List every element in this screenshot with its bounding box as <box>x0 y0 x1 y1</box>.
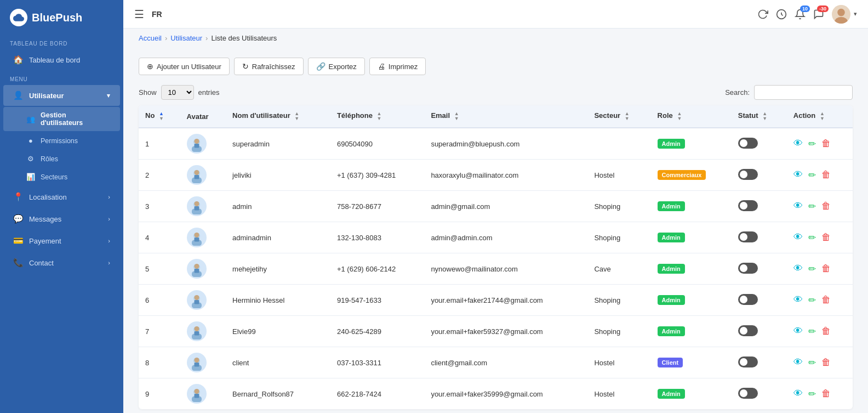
edit-icon[interactable]: ✏ <box>808 138 816 150</box>
sidebar-item-localisation[interactable]: 📍 Localisation › <box>3 186 120 207</box>
cell-statut[interactable] <box>732 347 787 378</box>
edit-icon[interactable]: ✏ <box>808 295 816 306</box>
edit-icon[interactable]: ✏ <box>808 201 816 212</box>
sidebar-item-contact[interactable]: 📞 Contact › <box>3 252 120 273</box>
toggle-track[interactable] <box>738 138 758 149</box>
cell-statut[interactable] <box>732 160 787 191</box>
sidebar-item-payement[interactable]: 💳 Payement › <box>3 230 120 251</box>
add-user-button[interactable]: ⊕ Ajouter un Utlisateur <box>139 58 230 75</box>
refresh-button[interactable] <box>757 9 768 20</box>
edit-icon[interactable]: ✏ <box>808 326 816 337</box>
cell-username: admin <box>226 191 330 222</box>
cell-secteur: Hostel <box>587 347 650 378</box>
delete-icon[interactable]: 🗑 <box>821 232 831 243</box>
sidebar-item-messages[interactable]: 💬 Messages › <box>3 208 120 229</box>
status-toggle[interactable] <box>738 263 758 274</box>
delete-icon[interactable]: 🗑 <box>821 357 831 368</box>
sidebar-item-dashboard[interactable]: 🏠 Tableau de bord <box>3 49 120 70</box>
breadcrumb-home[interactable]: Accueil <box>139 34 162 42</box>
entries-select[interactable]: 10 25 50 100 <box>161 85 194 100</box>
status-toggle[interactable] <box>738 294 758 305</box>
sidebar-item-utilisateur[interactable]: 👤 Utilisateur ▾ <box>3 85 120 106</box>
col-phone[interactable]: Téléphone ▲▼ <box>330 105 424 128</box>
view-icon[interactable]: 👁 <box>793 263 803 274</box>
col-no[interactable]: No ▲▼ <box>139 105 180 128</box>
language-selector[interactable]: FR <box>152 10 162 19</box>
svg-rect-26 <box>194 300 199 304</box>
status-toggle[interactable] <box>738 388 758 399</box>
user-avatar-button[interactable]: ▾ <box>832 5 857 24</box>
export-button[interactable]: 🔗 Exportez <box>308 58 365 75</box>
toggle-track[interactable] <box>738 200 758 211</box>
entries-label: entries <box>198 88 220 97</box>
sidebar-item-roles[interactable]: ⚙ Rôles <box>3 150 120 167</box>
cell-secteur: Shoping <box>587 222 650 253</box>
delete-icon[interactable]: 🗑 <box>821 201 831 212</box>
edit-icon[interactable]: ✏ <box>808 232 816 244</box>
view-icon[interactable]: 👁 <box>793 326 803 337</box>
cell-statut[interactable] <box>732 378 787 410</box>
print-button[interactable]: 🖨 Imprimez <box>369 58 426 75</box>
role-badge: Admin <box>658 264 685 274</box>
col-username[interactable]: Nom d'utilisateur ▲▼ <box>226 105 330 128</box>
refresh-button[interactable]: ↻ Rafraîchissez <box>234 58 304 75</box>
view-icon[interactable]: 👁 <box>793 232 803 243</box>
delete-icon[interactable]: 🗑 <box>821 295 831 305</box>
status-toggle[interactable] <box>738 357 758 367</box>
cell-statut[interactable] <box>732 285 787 316</box>
delete-icon[interactable]: 🗑 <box>821 138 831 149</box>
search-input[interactable] <box>754 85 853 100</box>
toggle-track[interactable] <box>738 357 758 367</box>
edit-icon[interactable]: ✏ <box>808 357 816 369</box>
view-icon[interactable]: 👁 <box>793 388 803 399</box>
col-statut[interactable]: Statut ▲▼ <box>732 105 787 128</box>
toggle-track[interactable] <box>738 169 758 180</box>
sidebar-item-secteurs[interactable]: 📊 Secteurs <box>3 168 120 185</box>
delete-icon[interactable]: 🗑 <box>821 326 831 337</box>
cell-secteur: Shoping <box>587 285 650 316</box>
cell-statut[interactable] <box>732 316 787 347</box>
toggle-track[interactable] <box>738 388 758 399</box>
delete-icon[interactable]: 🗑 <box>821 169 831 180</box>
col-email[interactable]: Email ▲▼ <box>424 105 587 128</box>
toggle-track[interactable] <box>738 294 758 305</box>
status-toggle[interactable] <box>738 231 758 242</box>
view-icon[interactable]: 👁 <box>793 138 803 149</box>
notification-button[interactable]: 10 <box>795 9 806 20</box>
toggle-track[interactable] <box>738 325 758 336</box>
delete-icon[interactable]: 🗑 <box>821 388 831 399</box>
cell-role: Admin <box>651 285 732 316</box>
cell-statut[interactable] <box>732 253 787 285</box>
col-role[interactable]: Role ▲▼ <box>651 105 732 128</box>
status-toggle[interactable] <box>738 169 758 180</box>
chevron-right-icon: › <box>108 259 110 266</box>
col-secteur[interactable]: Secteur ▲▼ <box>587 105 650 128</box>
palette-button[interactable] <box>776 9 787 20</box>
cell-email: client@gmail.com <box>424 347 587 378</box>
cell-statut[interactable] <box>732 222 787 253</box>
toggle-track[interactable] <box>738 263 758 274</box>
sidebar-item-permissions[interactable]: ● Permissions <box>3 132 120 149</box>
cell-statut[interactable] <box>732 191 787 222</box>
edit-icon[interactable]: ✏ <box>808 169 816 181</box>
status-toggle[interactable] <box>738 138 758 149</box>
breadcrumb-parent[interactable]: Utilisateur <box>170 34 202 42</box>
delete-icon[interactable]: 🗑 <box>821 263 831 274</box>
sidebar-item-gestion-utilisateurs[interactable]: 👥 Gestion d'utilisateurs <box>3 107 120 131</box>
message-button[interactable]: -30 <box>813 9 824 20</box>
view-icon[interactable]: 👁 <box>793 201 803 212</box>
edit-icon[interactable]: ✏ <box>808 388 816 400</box>
sidebar-item-label: Utilisateur <box>29 92 64 100</box>
menu-toggle-icon[interactable]: ☰ <box>134 8 144 21</box>
edit-icon[interactable]: ✏ <box>808 263 816 275</box>
toggle-track[interactable] <box>738 231 758 242</box>
view-icon[interactable]: 👁 <box>793 295 803 305</box>
status-toggle[interactable] <box>738 200 758 211</box>
view-icon[interactable]: 👁 <box>793 357 803 368</box>
cell-username: Bernard_Rolfson87 <box>226 378 330 410</box>
view-icon[interactable]: 👁 <box>793 169 803 180</box>
cell-phone: 240-625-4289 <box>330 316 424 347</box>
notification-badge: 10 <box>800 5 810 12</box>
status-toggle[interactable] <box>738 325 758 336</box>
cell-statut[interactable] <box>732 128 787 160</box>
